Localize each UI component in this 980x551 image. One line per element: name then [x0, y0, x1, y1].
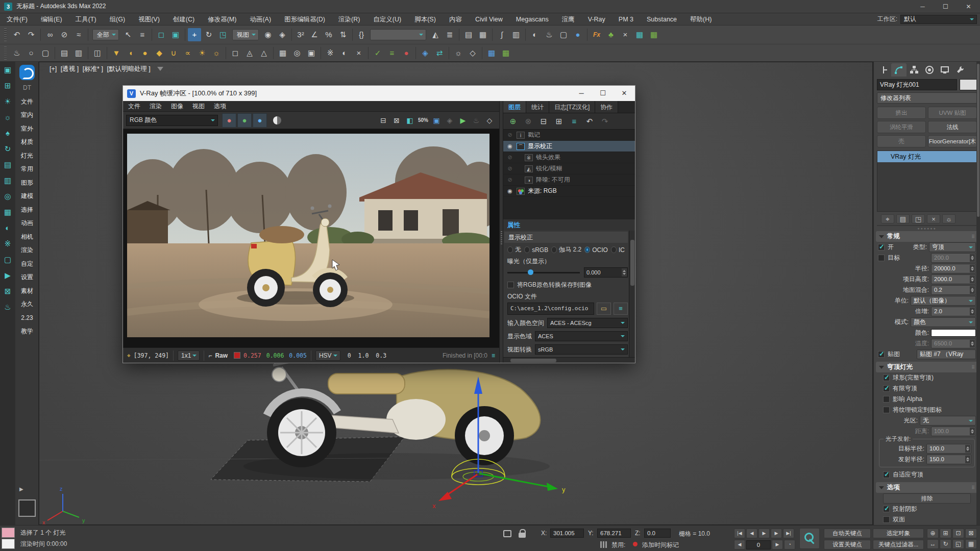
configure-modifier-icon[interactable]: ☼ [942, 214, 955, 223]
auto-key-button[interactable]: 自动关键点 [824, 529, 871, 538]
menu-graph-editors[interactable]: 图形编辑器(D) [278, 13, 332, 26]
reference-coordinate-dropdown[interactable]: 视图 [232, 29, 259, 40]
z-coordinate-field[interactable]: 0.0 [644, 529, 671, 538]
vfb-close-button[interactable]: ✕ [614, 86, 635, 101]
tab-modify[interactable] [891, 63, 906, 77]
maxscript-mini-listener[interactable] [2, 539, 15, 549]
emit-radius-field[interactable]: 150.0 [926, 455, 971, 464]
selection-filter-dropdown[interactable]: 全部 [92, 29, 119, 40]
blue-channel-toggle[interactable]: ● [253, 113, 267, 128]
affect-alpha-checkbox[interactable] [883, 396, 890, 403]
mirror-icon[interactable]: ◭ [429, 28, 442, 41]
uvw-map-button[interactable]: UVW 贴图 [928, 107, 977, 119]
record-icon[interactable]: ● [400, 46, 413, 60]
remove-modifier-icon[interactable]: × [927, 214, 940, 223]
select-move-icon[interactable]: + [188, 28, 201, 41]
menu-file[interactable]: 文件(F) [0, 13, 34, 26]
hedra-icon[interactable]: ◬ [243, 46, 256, 60]
finite-dome-checkbox[interactable] [883, 385, 890, 392]
vfb-title-bar[interactable]: V V-Ray 帧缓冲区 - [100.0% of 710 x 399] ─ ☐… [123, 86, 635, 101]
extrude-button[interactable]: 挤出 [877, 107, 926, 119]
snowflake-icon[interactable]: ※ [324, 46, 337, 60]
alpha-channel-toggle[interactable] [273, 116, 281, 124]
radio-gamma[interactable] [551, 246, 557, 253]
zoom-all-icon[interactable]: ⊞ [940, 529, 951, 538]
type-dropdown[interactable]: 穹顶 [929, 242, 976, 252]
curve-editor-icon[interactable]: ∫ [495, 28, 508, 41]
bind-spacewarp-icon[interactable]: ≈ [72, 28, 85, 41]
texture-checkbox[interactable] [878, 351, 885, 358]
named-selection-sets-icon[interactable]: {} [355, 29, 368, 41]
plugin-logo[interactable] [19, 65, 35, 80]
target-radius-field[interactable]: 100.0 [926, 444, 971, 454]
rendered-frame-icon[interactable]: ▢ [557, 28, 570, 41]
curve-mode-icon[interactable]: ⌐ [208, 352, 212, 359]
orbit-icon[interactable]: ↻ [940, 539, 951, 549]
x-coordinate-field[interactable]: 301.005 [550, 529, 584, 538]
current-frame-field[interactable]: 0 [746, 540, 771, 549]
modifier-list-dropdown[interactable]: 修改器列表 [877, 92, 977, 104]
fx-icon[interactable]: Fx [590, 28, 603, 41]
sidebar-item-interior[interactable]: 室内 [15, 108, 39, 122]
ocio-path-field[interactable]: C:\aces_1.2\config.ocio [507, 303, 594, 315]
refresh-icon[interactable]: ↻ [0, 141, 15, 157]
render-setup-icon[interactable]: ♨ [543, 28, 556, 41]
snaps-toggle-icon[interactable]: 3² [295, 29, 307, 41]
vfb-splitter[interactable] [499, 101, 503, 363]
sun-icon[interactable]: ☼ [0, 109, 15, 125]
layer-list-icon[interactable]: ≡ [567, 115, 582, 128]
select-link-icon[interactable]: ∞ [43, 28, 57, 41]
frame-back-button[interactable]: ◀ [734, 540, 745, 549]
use-pivot-center-icon[interactable]: ◉ [261, 28, 275, 41]
light-zone-dropdown[interactable]: 无 [920, 416, 976, 425]
sidebar-item-tutorial[interactable]: 教学 [15, 324, 39, 338]
camera-icon[interactable]: ▣ [305, 46, 318, 60]
sidebar-item-custom[interactable]: 自定 [15, 257, 39, 271]
toolbar-grip[interactable] [4, 46, 7, 60]
save-image-icon[interactable]: ⊟ [377, 114, 390, 127]
select-manipulate-icon[interactable]: ◈ [276, 28, 289, 41]
sidebar-item-animation[interactable]: 动画 [15, 216, 39, 230]
double-sided-checkbox[interactable] [883, 516, 890, 523]
tab-log[interactable]: 日志[TZ汉化] [549, 101, 595, 113]
layer-sharpen-blur[interactable]: ⊘ ◭ 锐化/模糊 [503, 163, 635, 174]
object-name-field[interactable]: VRay 灯光001 [877, 79, 957, 90]
add-layer-icon[interactable]: ⊕ [505, 115, 521, 128]
forest-icon[interactable]: ♣ [604, 28, 618, 41]
layer-redo-icon[interactable]: ↷ [597, 115, 612, 128]
maxscript-mini-listener-macro[interactable] [2, 528, 15, 538]
radio-icc[interactable] [611, 246, 617, 253]
units-dropdown[interactable]: 默认（图像） [911, 296, 976, 306]
tab-display[interactable] [937, 63, 952, 77]
rectangular-region-icon[interactable]: ◻ [155, 28, 168, 41]
target-checkbox[interactable] [878, 255, 885, 261]
gear-icon[interactable]: ☼ [452, 46, 465, 60]
log-list-icon[interactable]: ≡ [492, 352, 495, 359]
select-by-name-icon[interactable]: ≡ [136, 28, 149, 41]
sidebar-item-assets[interactable]: 素材 [15, 284, 39, 298]
play-monitor-icon[interactable]: ▶ [0, 267, 15, 283]
lock-texture-checkbox[interactable] [883, 407, 890, 413]
spinner[interactable] [970, 254, 975, 262]
exclude-button[interactable]: 排除 [883, 493, 971, 504]
delete-tool-icon[interactable]: × [352, 46, 365, 60]
table-green-icon[interactable]: ▦ [647, 28, 660, 41]
go-to-start-button[interactable]: |◀ [734, 529, 745, 538]
menu-rendering[interactable]: 渲染(R) [332, 13, 366, 26]
isolate-cube-icon[interactable]: ◈ [443, 114, 456, 127]
sphere-light-icon[interactable]: ● [138, 46, 152, 60]
key-filters-button[interactable]: 关键点过滤器... [873, 540, 924, 549]
ambient-light-icon[interactable]: ∝ [181, 46, 194, 60]
mode-dropdown[interactable]: 颜色 [911, 317, 976, 327]
menu-substance[interactable]: Substance [640, 13, 683, 26]
menu-help[interactable]: 帮助(H) [683, 13, 718, 26]
vfb-maximize-button[interactable]: ☐ [592, 86, 614, 101]
vray-frame-buffer-window[interactable]: V V-Ray 帧缓冲区 - [100.0% of 710 x 399] ─ ☐… [122, 85, 635, 363]
clear-image-icon[interactable]: ⊠ [390, 114, 403, 127]
redo-icon[interactable]: ↷ [24, 28, 38, 41]
browse-folder-icon[interactable]: ▭ [597, 303, 611, 315]
sidebar-expand-arrow[interactable]: ▶ [19, 486, 23, 492]
doc-camera-icon[interactable]: ▥ [72, 46, 85, 60]
layer-lens-effects[interactable]: ⊘ ※ 镜头效果 [503, 152, 635, 163]
rollout-drag-handle[interactable]: ●●●●●● [876, 227, 978, 231]
